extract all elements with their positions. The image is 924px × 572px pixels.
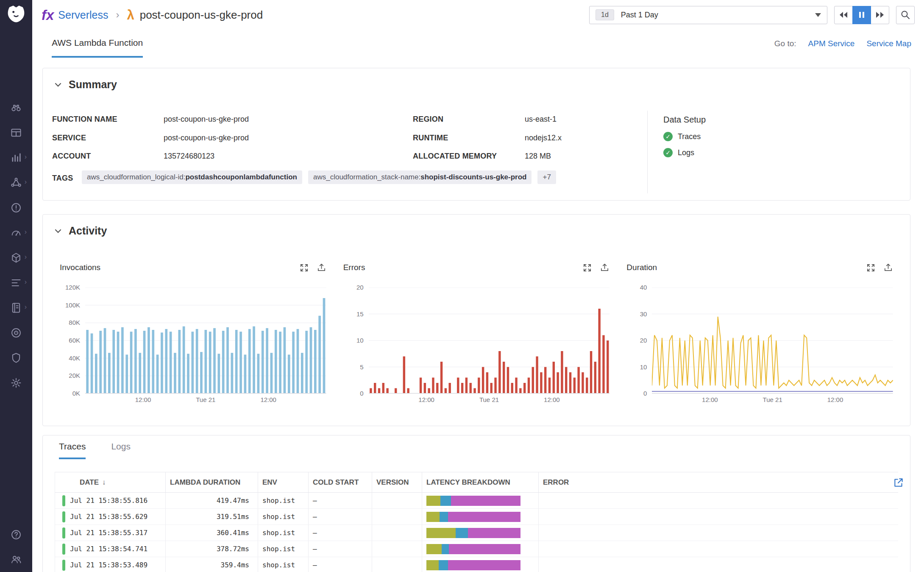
top-header: fx Serverless › λ post-coupon-us-gke-pro… bbox=[32, 0, 924, 30]
service-map-link[interactable]: Service Map bbox=[866, 39, 911, 48]
x-tick-label: 12:00 bbox=[135, 396, 151, 403]
export-icon[interactable] bbox=[600, 263, 610, 273]
error-tracking-icon[interactable] bbox=[10, 202, 22, 214]
tag-pill[interactable]: aws_cloudformation_stack-name:shopist-di… bbox=[308, 170, 532, 184]
table-row[interactable]: Jul 21 15:38:54.741378.72msshop.ist— bbox=[55, 541, 898, 557]
tag-pill[interactable]: aws_cloudformation_logical-id:postdashco… bbox=[82, 170, 302, 184]
trace-env: shop.ist bbox=[258, 525, 309, 541]
expand-icon[interactable] bbox=[299, 263, 309, 273]
y-tick-label: 80K bbox=[69, 319, 80, 326]
trace-duration: 378.72ms bbox=[166, 541, 258, 557]
trace-duration: 359.4ms bbox=[166, 557, 258, 572]
trace-error bbox=[539, 541, 898, 557]
status-indicator bbox=[62, 495, 65, 506]
field-value: post-coupon-us-gke-prod bbox=[164, 134, 249, 142]
data-setup-title: Data Setup bbox=[663, 115, 706, 125]
chart-svg bbox=[652, 287, 893, 393]
chevron-down-icon bbox=[54, 81, 62, 89]
trace-error bbox=[539, 525, 898, 541]
trace-date: Jul 21 15:38:55.317 bbox=[70, 529, 148, 537]
trace-env: shop.ist bbox=[258, 557, 309, 572]
column-header-date[interactable]: DATE bbox=[55, 472, 166, 492]
trace-cold-start: — bbox=[309, 509, 372, 525]
column-header-latency-breakdown[interactable]: LATENCY BREAKDOWN bbox=[422, 472, 539, 492]
sort-desc-icon bbox=[102, 478, 106, 487]
y-tick-label: 100K bbox=[65, 301, 80, 309]
expand-icon[interactable] bbox=[582, 263, 592, 273]
security-icon[interactable] bbox=[10, 352, 22, 364]
logs-icon[interactable] bbox=[10, 302, 22, 314]
breadcrumb-serverless[interactable]: Serverless bbox=[58, 9, 108, 21]
fast-forward-button[interactable] bbox=[871, 6, 889, 24]
latency-breakdown-bar bbox=[426, 544, 520, 554]
tags-more-button[interactable]: +7 bbox=[537, 170, 556, 184]
table-row[interactable]: Jul 21 15:38:55.816419.47msshop.ist— bbox=[55, 493, 898, 509]
export-icon[interactable] bbox=[883, 263, 893, 273]
y-tick-label: 30 bbox=[640, 310, 647, 318]
organization-icon[interactable] bbox=[10, 553, 22, 565]
x-tick-label: 12:00 bbox=[418, 396, 434, 403]
duration-chart: Duration 010203040 12:00Tue 2112:00 bbox=[626, 260, 893, 409]
summary-collapse-toggle[interactable]: Summary bbox=[54, 78, 117, 91]
column-header-lambda-duration[interactable]: LAMBDA DURATION bbox=[166, 472, 258, 492]
trace-cold-start: — bbox=[309, 525, 372, 541]
pause-button[interactable] bbox=[852, 6, 871, 24]
time-range-label: Past 1 Day bbox=[621, 11, 658, 20]
sidebar bbox=[0, 0, 32, 572]
processes-icon[interactable] bbox=[10, 277, 22, 289]
trace-date: Jul 21 15:38:54.741 bbox=[70, 545, 148, 553]
zoom-icon[interactable] bbox=[896, 6, 915, 24]
rewind-button[interactable] bbox=[834, 6, 853, 24]
activity-card: Activity Invocations 0K20K40K60K80K100K1… bbox=[42, 214, 910, 426]
column-header-env[interactable]: ENV bbox=[258, 472, 309, 492]
table-row[interactable]: Jul 21 15:38:55.629319.51msshop.ist— bbox=[55, 509, 898, 525]
column-header-version[interactable]: VERSION bbox=[372, 472, 422, 492]
table-row[interactable]: Jul 21 15:38:55.317360.41msshop.ist— bbox=[55, 525, 898, 541]
ci-cd-icon[interactable] bbox=[10, 327, 22, 339]
latency-breakdown-bar bbox=[426, 560, 520, 570]
export-icon[interactable] bbox=[317, 263, 326, 273]
metrics-icon[interactable] bbox=[10, 152, 22, 164]
traces-table: DATE LAMBDA DURATION ENV COLD START VERS… bbox=[55, 472, 898, 572]
field-value: us-east-1 bbox=[525, 115, 557, 124]
time-range-picker[interactable]: 1d Past 1 Day bbox=[589, 6, 827, 24]
watchdog-icon[interactable] bbox=[10, 102, 22, 114]
x-tick-label: Tue 21 bbox=[763, 396, 782, 403]
activity-collapse-toggle[interactable]: Activity bbox=[54, 225, 107, 237]
y-tick-label: 0 bbox=[643, 390, 647, 397]
table-row[interactable]: Jul 21 15:38:53.489359.4msshop.ist— bbox=[55, 557, 898, 572]
column-header-error[interactable]: ERROR bbox=[539, 472, 898, 492]
tab-aws-lambda-function[interactable]: AWS Lambda Function bbox=[52, 30, 143, 58]
settings-icon[interactable] bbox=[10, 377, 22, 389]
synthetics-icon[interactable] bbox=[10, 227, 22, 239]
latency-breakdown-bar bbox=[426, 512, 520, 522]
x-tick-label: Tue 21 bbox=[196, 396, 215, 403]
data-setup-logs: Logs bbox=[663, 148, 694, 157]
tab-traces[interactable]: Traces bbox=[59, 441, 86, 459]
invocations-chart: Invocations 0K20K40K60K80K100K120K 12:00… bbox=[60, 260, 326, 409]
field-label: ALLOCATED MEMORY bbox=[413, 152, 497, 161]
chevron-down-icon bbox=[815, 13, 821, 17]
apm-service-link[interactable]: APM Service bbox=[808, 39, 855, 48]
y-tick-label: 60K bbox=[69, 337, 80, 344]
help-icon[interactable] bbox=[10, 529, 22, 541]
infrastructure-icon[interactable] bbox=[10, 252, 22, 264]
field-label: REGION bbox=[413, 115, 443, 124]
field-value: nodejs12.x bbox=[525, 134, 562, 142]
expand-icon[interactable] bbox=[866, 263, 876, 273]
x-tick-label: 12:00 bbox=[827, 396, 843, 403]
tab-logs[interactable]: Logs bbox=[111, 441, 131, 459]
playback-controls bbox=[834, 6, 889, 24]
y-tick-label: 0K bbox=[72, 390, 80, 397]
field-label: ACCOUNT bbox=[52, 152, 91, 161]
apm-icon[interactable] bbox=[10, 177, 22, 189]
traces-tabbar: Traces Logs bbox=[59, 441, 131, 459]
latency-breakdown-bar bbox=[426, 496, 520, 506]
column-header-cold-start[interactable]: COLD START bbox=[309, 472, 372, 492]
dashboards-icon[interactable] bbox=[10, 127, 22, 139]
field-label: RUNTIME bbox=[413, 134, 448, 142]
trace-date: Jul 21 15:38:53.489 bbox=[70, 561, 148, 569]
traces-table-header: DATE LAMBDA DURATION ENV COLD START VERS… bbox=[55, 472, 898, 493]
datadog-logo-icon[interactable] bbox=[5, 3, 28, 26]
trace-error bbox=[539, 557, 898, 572]
